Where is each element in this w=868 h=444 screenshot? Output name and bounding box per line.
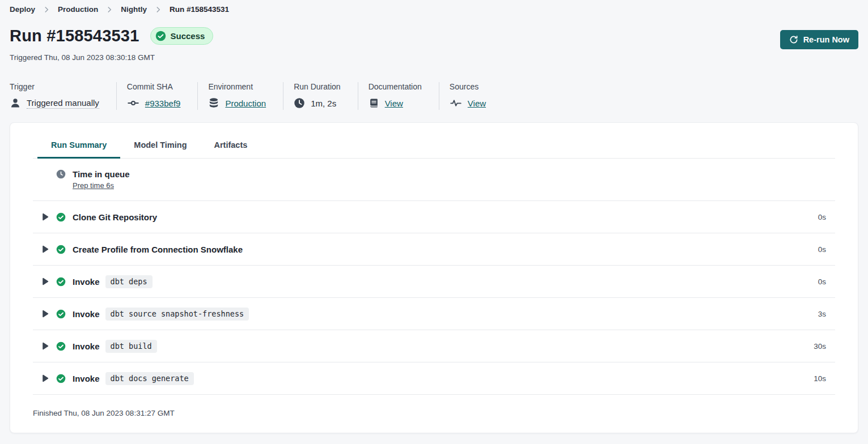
meta-sources-label: Sources xyxy=(450,82,486,91)
step-name: Invoke xyxy=(73,341,100,351)
meta-divider xyxy=(358,82,358,110)
meta-documentation-label: Documentation xyxy=(369,82,422,91)
success-check-icon xyxy=(56,277,66,287)
breadcrumb-nightly[interactable]: Nightly xyxy=(121,5,147,14)
header-row: Run #158543531 Success Re-run Now xyxy=(10,22,858,49)
step-command-chip: dbt deps xyxy=(105,275,153,288)
clock-icon xyxy=(294,97,305,109)
step-name: Invoke xyxy=(73,277,100,287)
meta-documentation: Documentation View xyxy=(369,82,429,110)
rerun-now-button[interactable]: Re-run Now xyxy=(780,30,858,49)
expand-triangle-icon[interactable] xyxy=(42,374,49,382)
expand-triangle-icon[interactable] xyxy=(42,213,49,221)
meta-documentation-link[interactable]: View xyxy=(385,99,403,108)
meta-divider xyxy=(439,82,439,110)
meta-sources: Sources View xyxy=(450,82,493,110)
step-duration: 10s xyxy=(814,374,835,383)
tab-model-timing[interactable]: Model Timing xyxy=(120,134,200,159)
refresh-icon xyxy=(789,35,798,44)
meta-run-duration: Run Duration 1m, 2s xyxy=(294,82,348,110)
step-row-clone-git-repository[interactable]: Clone Git Repository 0s xyxy=(33,201,835,233)
prep-time-link[interactable]: Prep time 6s xyxy=(73,181,114,190)
meta-divider xyxy=(116,82,117,110)
meta-divider xyxy=(283,82,283,110)
status-badge: Success xyxy=(150,27,214,45)
chevron-right-icon xyxy=(105,6,113,14)
expand-triangle-icon[interactable] xyxy=(42,342,49,350)
step-row-invoke-dbt-deps[interactable]: Invoke dbt deps 0s xyxy=(33,266,835,298)
expand-triangle-icon[interactable] xyxy=(42,278,49,285)
step-command-chip: dbt source snapshot-freshness xyxy=(105,308,249,321)
meta-trigger-value[interactable]: Triggered manually xyxy=(27,98,99,109)
expand-triangle-icon[interactable] xyxy=(42,310,49,318)
step-row-invoke-dbt-docs-generate[interactable]: Invoke dbt docs generate 10s xyxy=(33,362,835,395)
step-duration: 0s xyxy=(818,213,835,221)
step-name: Invoke xyxy=(73,374,100,383)
breadcrumb: Deploy Production Nightly Run #158543531 xyxy=(10,0,858,14)
meta-duration-value: 1m, 2s xyxy=(311,99,336,108)
run-summary-card: Run Summary Model Timing Artifacts Time … xyxy=(10,122,858,433)
step-duration: 0s xyxy=(818,245,835,254)
queue-clock-icon xyxy=(56,169,66,179)
tab-bar: Run Summary Model Timing Artifacts xyxy=(33,134,835,159)
run-meta-row: Trigger Triggered manually Commit SHA #9… xyxy=(10,82,858,110)
step-command-chip: dbt docs generate xyxy=(105,372,194,385)
success-check-icon xyxy=(56,374,66,383)
step-command-chip: dbt build xyxy=(105,340,157,353)
page-title: Run #158543531 xyxy=(10,27,139,45)
tab-artifacts[interactable]: Artifacts xyxy=(201,134,261,159)
chevron-right-icon xyxy=(43,6,50,14)
step-duration: 3s xyxy=(818,310,835,318)
queue-title: Time in queue xyxy=(73,169,130,179)
meta-environment: Environment Production xyxy=(208,82,273,110)
run-detail-page: Deploy Production Nightly Run #158543531… xyxy=(0,0,868,433)
triggered-timestamp: Triggered Thu, 08 Jun 2023 08:30:18 GMT xyxy=(10,53,858,62)
success-check-icon xyxy=(56,309,66,319)
meta-environment-label: Environment xyxy=(208,82,266,91)
success-check-icon xyxy=(56,245,66,254)
book-icon xyxy=(369,97,379,109)
step-row-invoke-dbt-source-freshness[interactable]: Invoke dbt source snapshot-freshness 3s xyxy=(33,298,835,330)
meta-commit-label: Commit SHA xyxy=(127,82,181,91)
person-icon xyxy=(10,97,21,109)
meta-trigger-label: Trigger xyxy=(10,82,99,91)
step-list: Clone Git Repository 0s Create Profile f… xyxy=(33,201,835,395)
meta-divider xyxy=(197,82,198,110)
meta-trigger: Trigger Triggered manually xyxy=(10,82,106,110)
chevron-right-icon xyxy=(154,6,162,14)
breadcrumb-deploy[interactable]: Deploy xyxy=(10,5,35,14)
step-duration: 30s xyxy=(814,342,835,351)
finished-timestamp: Finished Thu, 08 Jun 2023 08:31:27 GMT xyxy=(33,395,835,433)
meta-sources-link[interactable]: View xyxy=(468,99,486,108)
expand-triangle-icon[interactable] xyxy=(42,245,49,253)
breadcrumb-production[interactable]: Production xyxy=(58,5,98,14)
meta-commit-link[interactable]: #933bef9 xyxy=(145,99,181,108)
tab-run-summary[interactable]: Run Summary xyxy=(37,134,120,159)
step-row-create-profile[interactable]: Create Profile from Connection Snowflake… xyxy=(33,233,835,266)
rerun-now-label: Re-run Now xyxy=(803,35,849,44)
breadcrumb-run-number: Run #158543531 xyxy=(170,5,229,14)
success-check-icon xyxy=(56,212,66,222)
database-icon xyxy=(208,97,219,109)
status-badge-label: Success xyxy=(171,31,205,41)
step-name: Create Profile from Connection Snowflake xyxy=(73,245,243,254)
step-row-invoke-dbt-build[interactable]: Invoke dbt build 30s xyxy=(33,330,835,362)
step-duration: 0s xyxy=(818,278,835,286)
meta-duration-label: Run Duration xyxy=(294,82,341,91)
success-check-icon xyxy=(56,341,66,351)
time-in-queue-section: Time in queue Prep time 6s xyxy=(33,159,835,201)
meta-environment-link[interactable]: Production xyxy=(225,99,266,108)
step-name: Invoke xyxy=(73,309,100,319)
pulse-icon xyxy=(450,97,462,109)
step-name: Clone Git Repository xyxy=(73,212,157,222)
meta-commit-sha: Commit SHA #933bef9 xyxy=(127,82,188,110)
commit-icon xyxy=(127,97,139,109)
check-circle-icon xyxy=(155,31,166,41)
